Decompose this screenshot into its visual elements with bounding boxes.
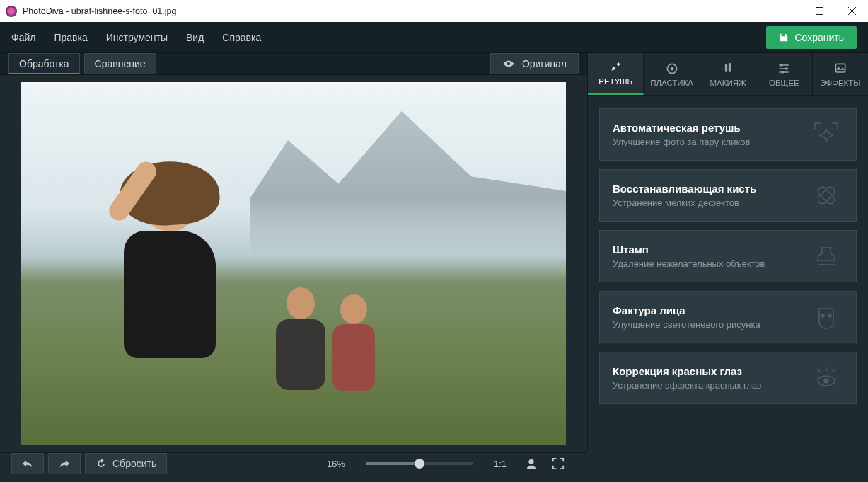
bottom-toolbar: Сбросить 16% 1:1: [0, 452, 587, 474]
app-logo-icon: [6, 6, 17, 17]
sidetab-makeup[interactable]: МАКИЯЖ: [700, 53, 756, 95]
side-tabs: РЕТУШЬ ПЛАСТИКА МАКИЯЖ ОБЩЕЕ ЭФФЕКТЫ: [588, 53, 868, 96]
canvas-area[interactable]: [0, 75, 587, 452]
svg-rect-0: [816, 8, 823, 15]
svg-point-6: [780, 64, 782, 66]
face-select-button[interactable]: [522, 454, 540, 473]
card-auto-retouch[interactable]: Автоматическая ретушьУлучшение фото за п…: [599, 108, 857, 161]
menu-file[interactable]: Файл: [11, 32, 35, 43]
zoom-1to1-button[interactable]: 1:1: [494, 459, 507, 469]
zoom-slider[interactable]: [366, 462, 473, 465]
workspace: Обработка Сравнение Оригинал Сбросить: [0, 53, 868, 451]
sidetab-plastic[interactable]: ПЛАСТИКА: [644, 53, 700, 95]
svg-rect-9: [835, 64, 845, 72]
sparkle-icon: [809, 119, 843, 150]
side-panel: РЕТУШЬ ПЛАСТИКА МАКИЯЖ ОБЩЕЕ ЭФФЕКТЫ Авт…: [587, 53, 868, 451]
svg-point-1: [528, 459, 533, 464]
photo-preview: [21, 82, 566, 445]
reset-button[interactable]: Сбросить: [85, 453, 167, 474]
sliders-icon: [777, 62, 791, 76]
eye-rays-icon: [809, 362, 843, 394]
retouch-icon: [608, 60, 623, 74]
reset-icon: [96, 458, 107, 469]
svg-point-7: [785, 67, 787, 69]
save-button-label: Сохранить: [794, 32, 844, 43]
menu-edit[interactable]: Правка: [54, 32, 87, 43]
svg-point-3: [670, 67, 673, 70]
svg-rect-5: [729, 62, 731, 71]
titlebar: PhotoDiva - ubrat-lishnee-s-foto_01.jpg: [0, 0, 868, 22]
view-tabs-bar: Обработка Сравнение Оригинал: [0, 53, 587, 75]
tool-cards: Автоматическая ретушьУлучшение фото за п…: [588, 96, 868, 417]
sidetab-general[interactable]: ОБЩЕЕ: [756, 53, 812, 95]
minimize-button[interactable]: [770, 0, 803, 22]
tab-processing[interactable]: Обработка: [8, 53, 80, 74]
sidetab-retouch[interactable]: РЕТУШЬ: [588, 53, 644, 95]
svg-rect-4: [725, 64, 727, 72]
plastic-icon: [665, 62, 679, 76]
bandage-icon: [809, 180, 843, 211]
menu-view[interactable]: Вид: [186, 32, 204, 43]
card-stamp[interactable]: ШтампУдаление нежелательных объектов: [599, 230, 857, 282]
card-red-eye[interactable]: Коррекция красных глазУстранение эффекта…: [599, 352, 857, 404]
svg-point-15: [824, 379, 828, 383]
makeup-icon: [721, 62, 735, 76]
stamp-icon: [809, 241, 843, 272]
sidetab-effects[interactable]: ЭФФЕКТЫ: [813, 53, 868, 95]
window-title: PhotoDiva - ubrat-lishnee-s-foto_01.jpg: [23, 6, 770, 16]
face-mask-icon: [809, 302, 843, 333]
tab-compare[interactable]: Сравнение: [84, 53, 156, 74]
maximize-button[interactable]: [803, 0, 835, 22]
fullscreen-button[interactable]: [549, 454, 567, 473]
card-healing-brush[interactable]: Восстанавливающая кистьУстранение мелких…: [599, 169, 857, 222]
save-icon: [779, 33, 789, 42]
svg-point-8: [782, 71, 784, 73]
undo-button[interactable]: [11, 453, 44, 474]
menu-help[interactable]: Справка: [222, 32, 261, 43]
eye-icon: [502, 59, 515, 68]
zoom-percentage: 16%: [327, 459, 345, 469]
effects-icon: [833, 62, 847, 76]
menubar: Файл Правка Инструменты Вид Справка Сохр…: [0, 22, 868, 53]
zoom-slider-thumb[interactable]: [415, 459, 424, 469]
original-toggle-button[interactable]: Оригинал: [490, 53, 579, 74]
close-button[interactable]: [835, 0, 868, 22]
save-button[interactable]: Сохранить: [766, 26, 857, 49]
center-panel: Обработка Сравнение Оригинал Сбросить: [0, 53, 587, 451]
redo-button[interactable]: [48, 453, 81, 474]
card-face-texture[interactable]: Фактура лицаУлучшение светотеневого рису…: [599, 291, 857, 343]
svg-point-13: [828, 314, 831, 317]
svg-point-12: [821, 314, 824, 317]
menu-tools[interactable]: Инструменты: [106, 32, 168, 43]
